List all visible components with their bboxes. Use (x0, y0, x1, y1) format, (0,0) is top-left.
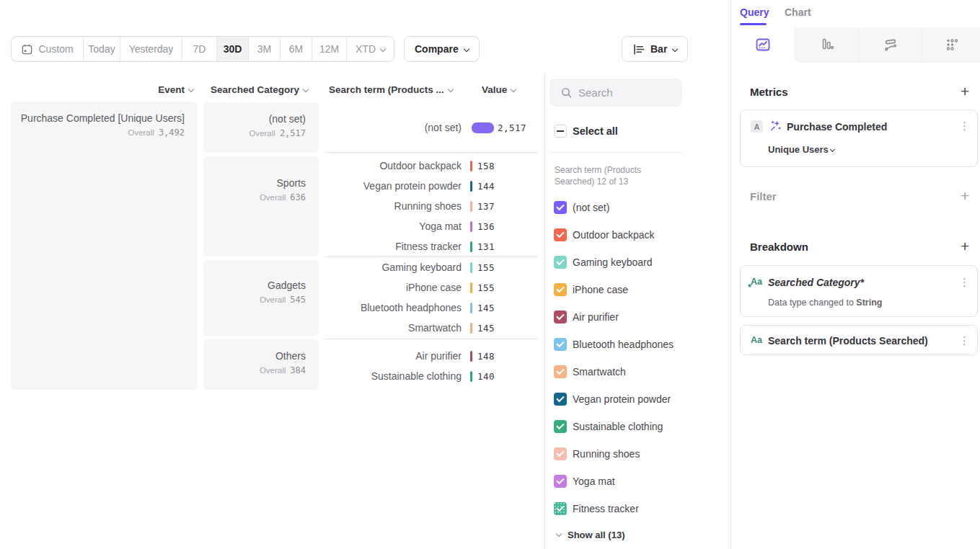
filter-checkbox[interactable] (554, 338, 567, 351)
category-cell-others[interactable]: Others Overall384 (203, 339, 319, 390)
show-all-button[interactable]: Show all (13) (557, 528, 624, 541)
category-cell-gadgets[interactable]: Gadgets Overall545 (203, 260, 319, 336)
chevron-down-icon (511, 86, 516, 92)
filter-checkbox[interactable] (554, 201, 567, 214)
filter-checkbox[interactable] (554, 475, 567, 488)
table-row[interactable]: Smartwatch145 (325, 318, 538, 338)
table-row[interactable]: Sustainable clothing140 (325, 366, 538, 386)
viz-tab-flows[interactable] (858, 27, 922, 62)
table-row[interactable]: Vegan protein powder144 (325, 176, 538, 196)
value-bar (470, 241, 472, 252)
breakdown-card[interactable]: *Aa Searched Category* ⋮ Data type chang… (740, 265, 978, 317)
select-all-label[interactable]: Select all (573, 125, 618, 138)
filter-checkbox[interactable] (554, 365, 567, 378)
filter-checkbox[interactable] (554, 311, 567, 323)
date-range-7d[interactable]: 7D (182, 37, 217, 61)
filter-checkbox[interactable] (554, 283, 567, 296)
filter-item-label[interactable]: Running shoes (573, 447, 640, 461)
filter-checkbox[interactable] (554, 393, 567, 406)
filter-item-label[interactable]: iPhone case (573, 283, 628, 297)
metric-card[interactable]: A Purchase Completed ⋮ Unique Users (740, 110, 978, 167)
insights-icon (754, 36, 772, 53)
breakdown-card[interactable]: Aa Search term (Products Searched) ⋮ (740, 325, 978, 355)
filter-item-label[interactable]: Bluetooth headphones (573, 338, 674, 352)
table-row[interactable]: (not set) 2,517 (325, 117, 538, 138)
value-bar (472, 122, 494, 133)
breakdown-name: Searched Category* (768, 277, 864, 288)
table-row[interactable]: Yoga mat136 (325, 216, 538, 236)
filter-checkbox[interactable] (554, 502, 567, 515)
show-all-label: Show all (13) (568, 530, 624, 540)
column-header-search-term[interactable]: Search term (Products ... (329, 84, 453, 95)
app-root: Custom Today Yesterday 7D 30D 3M 6M 12M … (0, 0, 980, 549)
date-range-30d[interactable]: 30D (217, 37, 249, 61)
table-row[interactable]: Running shoes137 (325, 196, 538, 216)
breakdown-menu-button[interactable]: ⋮ (959, 335, 970, 347)
counting-method-dropdown[interactable]: Unique Users (768, 144, 834, 155)
viz-tab-funnels[interactable] (795, 27, 858, 62)
metric-letter-badge: A (751, 120, 763, 133)
select-all-checkbox[interactable] (554, 125, 567, 138)
metric-menu-button[interactable]: ⋮ (959, 120, 970, 132)
column-header-category[interactable]: Searched Category (211, 84, 308, 95)
filter-item-label[interactable]: Vegan protein powder (573, 393, 671, 406)
filter-checkbox[interactable] (554, 256, 567, 269)
filter-checkbox[interactable] (554, 420, 567, 433)
value-bar (470, 181, 472, 192)
table-row[interactable]: iPhone case155 (325, 277, 538, 298)
add-filter-button[interactable]: + (961, 189, 969, 203)
tab-chart[interactable]: Chart (785, 6, 811, 18)
value-bar (470, 161, 472, 171)
date-range-3m[interactable]: 3M (249, 37, 281, 61)
query-panel: Query Chart (730, 0, 980, 549)
string-property-icon: Aa (751, 335, 762, 345)
filter-item-label[interactable]: Outdoor backpack (573, 228, 655, 242)
filter-checkbox[interactable] (554, 447, 567, 460)
column-header-value[interactable]: Value (482, 84, 516, 95)
compare-button[interactable]: Compare (404, 36, 480, 62)
table-row[interactable]: Air purifier148 (325, 346, 538, 366)
date-range-6m[interactable]: 6M (281, 37, 312, 61)
retention-icon (943, 36, 961, 53)
event-cell[interactable]: Purchase Completed [Unique Users] Overal… (11, 102, 198, 390)
breakdown-menu-button[interactable]: ⋮ (959, 277, 970, 288)
date-range-xtd[interactable]: XTD (347, 37, 394, 61)
column-header-event[interactable]: Event (108, 84, 193, 95)
viz-tab-retention[interactable] (922, 27, 980, 62)
table-row[interactable]: Gaming keyboard155 (325, 257, 538, 277)
filter-item-label[interactable]: Sustainable clothing (573, 420, 663, 434)
filter-item-label[interactable]: Yoga mat (573, 475, 615, 488)
filter-item-label[interactable]: Gaming keyboard (573, 256, 653, 269)
filter-item-label[interactable]: (not set) (573, 201, 609, 215)
calendar-icon (21, 43, 33, 55)
event-name: Purchase Completed [Unique Users] (11, 112, 185, 125)
table-row[interactable]: Outdoor backpack158 (325, 156, 538, 176)
tab-query[interactable]: Query (740, 6, 769, 18)
divider (325, 339, 538, 339)
viz-tab-insights[interactable] (731, 27, 795, 62)
table-row[interactable]: Fitness tracker131 (325, 236, 538, 256)
category-cell-sports[interactable]: Sports Overall636 (203, 156, 319, 256)
filter-panel: Select all Search term (Products Searche… (544, 0, 730, 549)
chevron-down-icon (556, 531, 562, 537)
chevron-down-icon (448, 86, 454, 92)
date-range-yesterday[interactable]: Yesterday (120, 37, 182, 61)
filter-item-label[interactable]: Fitness tracker (573, 502, 639, 516)
string-property-icon: *Aa (751, 277, 762, 287)
value-bar (470, 351, 472, 362)
divider (549, 152, 682, 153)
filter-item-label[interactable]: Smartwatch (573, 365, 626, 379)
filter-checkbox[interactable] (554, 228, 567, 241)
search-input[interactable] (578, 79, 678, 107)
date-range-today[interactable]: Today (84, 37, 120, 61)
date-range-custom[interactable]: Custom (12, 37, 84, 61)
category-cell-not-set[interactable]: (not set) Overall2,517 (203, 102, 319, 153)
overall-value: 3,492 (159, 128, 185, 138)
filter-heading: Filter (750, 190, 777, 202)
date-range-12m[interactable]: 12M (312, 37, 347, 61)
add-metric-button[interactable]: + (961, 84, 969, 99)
table-row[interactable]: Bluetooth headphones145 (325, 298, 538, 318)
filter-item-label[interactable]: Air purifier (573, 311, 619, 324)
active-tab-underline (740, 23, 767, 25)
add-breakdown-button[interactable]: + (961, 239, 969, 254)
